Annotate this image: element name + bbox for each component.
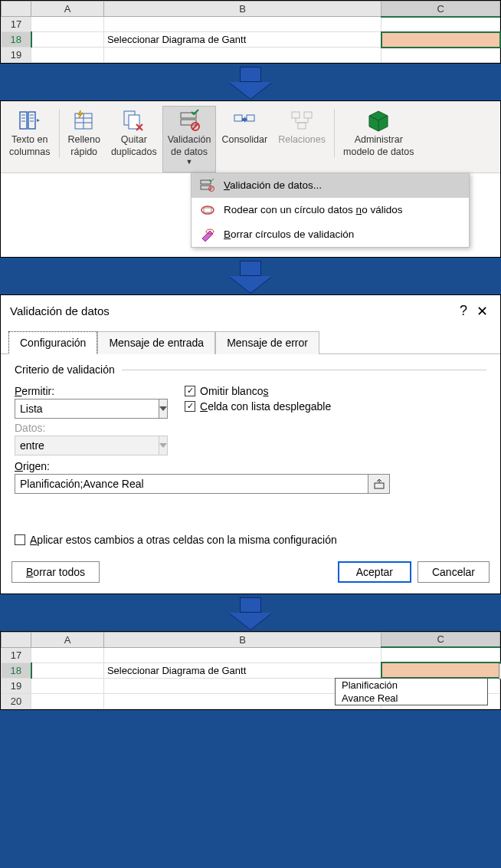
allow-combo[interactable]: [15, 399, 168, 419]
col-header-c[interactable]: C: [381, 2, 500, 17]
checkbox-icon: [185, 386, 195, 396]
allow-value[interactable]: [15, 399, 159, 418]
text-columns-icon: [18, 108, 42, 133]
col-header-b[interactable]: B: [103, 632, 381, 647]
close-button[interactable]: ✕: [473, 303, 491, 320]
row-header-17[interactable]: 17: [2, 647, 31, 663]
ok-button[interactable]: Aceptar: [338, 561, 411, 583]
cell-b18[interactable]: Seleccionar Diagrama de Gantt: [103, 663, 381, 678]
ribbon-consolidate[interactable]: Consolidar: [216, 106, 273, 152]
row-header-19[interactable]: 19: [2, 678, 31, 693]
consolidate-icon: [232, 108, 257, 133]
svg-rect-6: [234, 115, 242, 121]
select-all-corner[interactable]: [2, 2, 31, 17]
spreadsheet-bottom: A B C 17 18 Seleccionar Diagrama de Gant…: [0, 631, 501, 710]
row-header-18[interactable]: 18: [2, 663, 31, 678]
data-validation-icon: [177, 108, 201, 133]
remove-duplicates-icon: [122, 108, 146, 133]
col-header-a[interactable]: A: [31, 2, 104, 17]
tab-error-message[interactable]: Mensaje de error: [215, 331, 319, 354]
source-input[interactable]: [15, 475, 368, 493]
allow-dropdown-button[interactable]: [159, 399, 167, 418]
row-header-18[interactable]: 18: [2, 32, 31, 48]
cell-a18[interactable]: [31, 32, 104, 48]
circle-invalid-icon: [199, 202, 216, 218]
step-arrow-1: [0, 64, 501, 100]
help-button[interactable]: ?: [454, 303, 473, 319]
submenu-clear-circles[interactable]: Borrar círculos de validación: [192, 222, 469, 247]
ribbon-text-to-columns[interactable]: Texto en columnas: [4, 106, 56, 163]
spreadsheet-top: A B C 17 18 Seleccionar Diagrama de Gant…: [0, 0, 501, 64]
svg-rect-17: [375, 483, 384, 488]
source-field[interactable]: [15, 474, 390, 494]
validation-criteria-label: Criterio de validación: [15, 363, 486, 376]
source-label: Origen:: [15, 460, 486, 472]
range-picker-button[interactable]: [368, 475, 389, 493]
data-label: Datos:: [15, 422, 168, 434]
cell-a18[interactable]: [31, 663, 104, 678]
ribbon-remove-duplicates[interactable]: Quitar duplicados: [106, 106, 162, 163]
row-header-19[interactable]: 19: [2, 48, 31, 63]
step-arrow-3: [0, 594, 501, 631]
ribbon-data-validation[interactable]: Validación de datos ▼: [162, 106, 217, 173]
flash-fill-icon: [72, 108, 97, 133]
select-all-corner[interactable]: [2, 632, 31, 647]
ribbon-flash-fill[interactable]: Relleno rápido: [63, 106, 106, 163]
checkbox-icon: [185, 401, 195, 412]
dropdown-option-planificacion[interactable]: Planificación: [336, 679, 487, 692]
step-arrow-2: [0, 258, 501, 294]
data-value: [15, 436, 159, 455]
row-header-17[interactable]: 17: [2, 17, 31, 32]
validation-submenu: VValidación de datos...alidación de dato…: [191, 173, 470, 248]
svg-rect-15: [204, 208, 211, 212]
svg-rect-7: [247, 115, 254, 121]
svg-rect-9: [304, 112, 312, 118]
tab-configuration[interactable]: Configuración: [8, 331, 97, 354]
ribbon-manage-data-model[interactable]: Administrar modelo de datos: [338, 106, 419, 163]
allow-label: Permitir:: [15, 385, 168, 397]
clear-all-button[interactable]: Borrar todos: [11, 561, 100, 583]
ribbon-panel: Texto en columnas Relleno rápido Quitar …: [0, 100, 501, 258]
data-combo: [15, 436, 168, 455]
data-model-icon: [366, 108, 391, 133]
col-header-b[interactable]: B: [103, 2, 381, 17]
validation-dialog: Validación de datos ? ✕ Configuración Me…: [0, 294, 501, 594]
svg-rect-8: [292, 112, 300, 118]
validation-menu-icon: [199, 178, 216, 193]
submenu-circle-invalid[interactable]: Rodear con un círculo datos no válidos: [192, 198, 469, 222]
data-dropdown-button: [159, 436, 167, 455]
dropdown-list[interactable]: Planificación Avance Real: [335, 678, 488, 705]
cell-c18-selected[interactable]: [381, 663, 500, 678]
cell-b18[interactable]: Seleccionar Diagrama de Gantt: [103, 32, 381, 48]
checkbox-icon: [15, 534, 25, 545]
cell-c18-selected[interactable]: [381, 32, 500, 48]
relations-icon: [290, 108, 314, 133]
apply-to-other-cells-checkbox[interactable]: Aplicar estos cambios a otras celdas con…: [15, 534, 486, 546]
dialog-title: Validación de datos: [10, 304, 454, 317]
ribbon-relations: Relaciones: [273, 106, 331, 152]
in-cell-dropdown-checkbox[interactable]: Celda con lista desplegable: [185, 400, 331, 413]
tab-input-message[interactable]: Mensaje de entrada: [97, 331, 215, 354]
dropdown-caret-icon: ▼: [186, 158, 193, 166]
dropdown-option-avance-real[interactable]: Avance Real: [336, 692, 487, 705]
submenu-data-validation[interactable]: VValidación de datos...alidación de dato…: [192, 173, 469, 198]
row-header-20[interactable]: 20: [2, 693, 31, 709]
svg-rect-10: [298, 123, 306, 129]
col-header-a[interactable]: A: [31, 632, 104, 647]
col-header-c[interactable]: C: [381, 632, 500, 647]
cancel-button[interactable]: Cancelar: [418, 561, 490, 583]
clear-circles-icon: [199, 227, 216, 242]
ignore-blank-checkbox[interactable]: Omitir blancos: [185, 385, 331, 397]
